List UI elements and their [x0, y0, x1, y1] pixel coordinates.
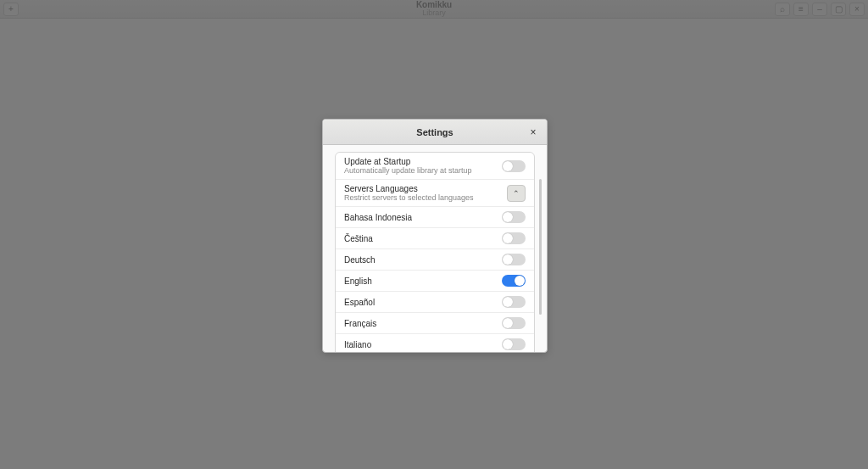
language-row[interactable]: Bahasa Indonesia [336, 207, 534, 228]
row-subtitle: Automatically update library at startup [344, 166, 472, 175]
language-row[interactable]: Čeština [336, 228, 534, 249]
language-label: Italiano [344, 340, 371, 349]
row-subtitle: Restrict servers to selected languages [344, 193, 474, 202]
language-row[interactable]: Deutsch [336, 249, 534, 271]
language-row[interactable]: Italiano [336, 334, 534, 352]
language-switch[interactable] [502, 338, 526, 350]
expand-languages-button[interactable]: ⌃ [507, 185, 526, 202]
row-title: Update at Startup [344, 157, 472, 166]
chevron-up-icon: ⌃ [513, 189, 520, 198]
language-row[interactable]: English [336, 271, 534, 292]
language-switch[interactable] [502, 232, 526, 244]
row-update-at-startup[interactable]: Update at Startup Automatically update l… [336, 153, 534, 180]
language-row[interactable]: Español [336, 292, 534, 313]
row-servers-languages[interactable]: Servers Languages Restrict servers to se… [336, 180, 534, 207]
language-switch[interactable] [502, 211, 526, 223]
language-label: English [344, 276, 372, 286]
dialog-title: Settings [416, 127, 453, 137]
language-label: Čeština [344, 234, 373, 243]
settings-dialog: Settings × Update at Startup Automatical… [322, 119, 548, 353]
language-switch[interactable] [502, 317, 526, 329]
language-switch[interactable] [502, 275, 526, 287]
dialog-header: Settings × [323, 120, 547, 145]
settings-card: Update at Startup Automatically update l… [335, 152, 535, 352]
language-label: Español [344, 298, 375, 307]
dialog-body: Update at Startup Automatically update l… [323, 145, 547, 352]
language-row[interactable]: Français [336, 313, 534, 334]
language-label: Bahasa Indonesia [344, 213, 412, 222]
language-label: Deutsch [344, 255, 376, 265]
row-title: Servers Languages [344, 184, 474, 193]
scrollbar[interactable] [539, 179, 542, 315]
dialog-close-button[interactable]: × [526, 126, 540, 139]
language-switch[interactable] [502, 296, 526, 308]
close-icon: × [530, 126, 536, 138]
switch-update-at-startup[interactable] [502, 160, 526, 172]
languages-list: Bahasa IndonesiaČeštinaDeutschEnglishEsp… [336, 207, 534, 352]
language-switch[interactable] [502, 254, 526, 265]
language-label: Français [344, 319, 376, 328]
